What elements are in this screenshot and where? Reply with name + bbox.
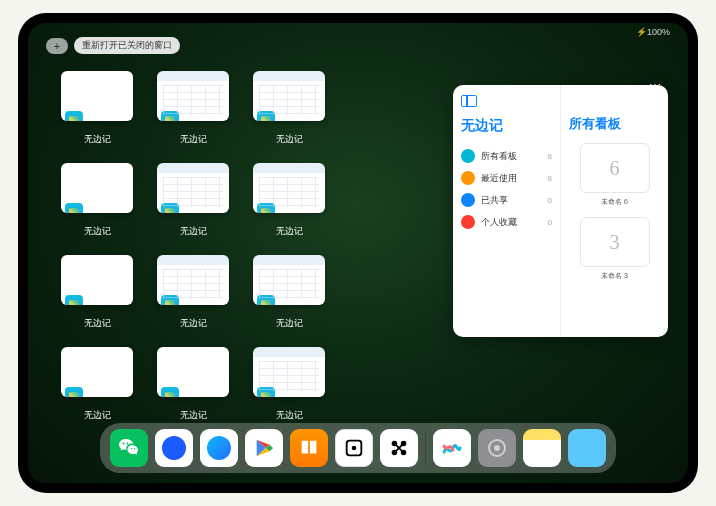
freeform-app-icon	[65, 203, 83, 213]
svg-point-7	[494, 445, 500, 451]
freeform-app-icon[interactable]	[433, 429, 471, 467]
freeform-app-icon	[65, 111, 83, 121]
sidebar-item[interactable]: 最近使用8	[461, 167, 552, 189]
thumb-label: 无边记	[84, 133, 111, 146]
top-controls: + 重新打开已关闭的窗口	[46, 37, 180, 54]
thumb-label: 无边记	[180, 225, 207, 238]
books-app-icon[interactable]	[290, 429, 328, 467]
freeform-app-icon	[257, 295, 275, 305]
freeform-app-icon	[65, 295, 83, 305]
thumb-label: 无边记	[276, 317, 303, 330]
more-icon[interactable]: ···	[649, 77, 662, 91]
window-preview[interactable]	[253, 255, 325, 305]
board-preview: 6	[580, 143, 650, 193]
qq-app-icon[interactable]	[200, 429, 238, 467]
thumb-label: 无边记	[84, 225, 111, 238]
app-window-thumbnail[interactable]: 无边记	[58, 163, 136, 241]
status-bar: ⚡100%	[636, 27, 670, 37]
sidebar-item[interactable]: 个人收藏0	[461, 211, 552, 233]
window-preview[interactable]	[61, 255, 133, 305]
app-window-thumbnail[interactable]: 无边记	[250, 347, 328, 425]
panel-sidebar: 无边记 所有看板8最近使用8已共享0个人收藏0	[453, 85, 561, 337]
window-preview[interactable]	[61, 163, 133, 213]
sidebar-item-icon	[461, 149, 475, 163]
sidebar-item-icon	[461, 215, 475, 229]
app-window-thumbnail[interactable]: 无边记	[154, 347, 232, 425]
window-preview[interactable]	[157, 255, 229, 305]
sidebar-item-count: 0	[548, 196, 552, 205]
ipad-frame: ⚡100% + 重新打开已关闭的窗口 无边记无边记无边记无边记无边记无边记无边记…	[18, 13, 698, 493]
notes-app-icon[interactable]	[523, 429, 561, 467]
blue-circle-app-app-icon[interactable]	[155, 429, 193, 467]
freeform-app-icon	[257, 387, 275, 397]
freeform-app-icon	[161, 387, 179, 397]
sidebar-item-icon	[461, 193, 475, 207]
thumb-label: 无边记	[276, 409, 303, 422]
thumb-label: 无边记	[84, 409, 111, 422]
window-preview[interactable]	[253, 163, 325, 213]
app-window-thumbnail[interactable]: 无边记	[58, 347, 136, 425]
app-window-thumbnail[interactable]: 无边记	[250, 71, 328, 149]
settings-app-icon[interactable]	[478, 429, 516, 467]
freeform-app-icon	[161, 111, 179, 121]
sidebar-item-label: 已共享	[481, 194, 508, 207]
freeform-app-icon	[161, 295, 179, 305]
app-window-thumbnail[interactable]: 无边记	[154, 71, 232, 149]
sidebar-item-count: 0	[548, 218, 552, 227]
camo-app-icon[interactable]	[380, 429, 418, 467]
sidebar-item-label: 所有看板	[481, 150, 517, 163]
window-preview[interactable]	[61, 71, 133, 121]
thumb-label: 无边记	[84, 317, 111, 330]
thumb-label: 无边记	[180, 133, 207, 146]
freeform-app-icon	[257, 111, 275, 121]
thumb-label: 无边记	[276, 225, 303, 238]
reopen-closed-window-button[interactable]: 重新打开已关闭的窗口	[74, 37, 180, 54]
sidebar-item-count: 8	[548, 174, 552, 183]
sidebar-item-icon	[461, 171, 475, 185]
app-window-thumbnail[interactable]: 无边记	[58, 71, 136, 149]
svg-point-1	[352, 446, 357, 451]
thumb-label: 无边记	[276, 133, 303, 146]
freeform-app-icon	[257, 203, 275, 213]
app-switcher-grid: 无边记无边记无边记无边记无边记无边记无边记无边记无边记无边记无边记无边记	[58, 71, 424, 425]
sidebar-item-count: 8	[548, 152, 552, 161]
panel-content: 所有看板 6未命名 63未命名 3	[561, 85, 668, 337]
panel-title: 无边记	[461, 117, 552, 135]
app-library-app-icon[interactable]	[568, 429, 606, 467]
play-app-icon[interactable]	[245, 429, 283, 467]
window-preview[interactable]	[157, 163, 229, 213]
app-window-thumbnail[interactable]: 无边记	[154, 163, 232, 241]
window-preview[interactable]	[253, 71, 325, 121]
freeform-app-icon	[65, 387, 83, 397]
dock	[100, 423, 616, 473]
board-thumbnail[interactable]: 3未命名 3	[569, 217, 660, 281]
board-thumbnail[interactable]: 6未命名 6	[569, 143, 660, 207]
sidebar-item[interactable]: 已共享0	[461, 189, 552, 211]
board-name: 未命名 6	[569, 197, 660, 207]
new-window-button[interactable]: +	[46, 38, 68, 54]
wechat-app-icon[interactable]	[110, 429, 148, 467]
panel-right-title: 所有看板	[569, 115, 660, 133]
sidebar-item-label: 最近使用	[481, 172, 517, 185]
sidebar-item[interactable]: 所有看板8	[461, 145, 552, 167]
app-window-thumbnail[interactable]: 无边记	[154, 255, 232, 333]
sidebar-toggle-icon[interactable]	[461, 95, 477, 107]
window-preview[interactable]	[157, 347, 229, 397]
window-preview[interactable]	[157, 71, 229, 121]
thumb-label: 无边记	[180, 409, 207, 422]
window-preview[interactable]	[253, 347, 325, 397]
app-window-thumbnail[interactable]: 无边记	[58, 255, 136, 333]
stage-manager-panel[interactable]: ··· 无边记 所有看板8最近使用8已共享0个人收藏0 所有看板 6未命名 63…	[453, 85, 668, 337]
dock-divider	[425, 433, 426, 463]
screen: ⚡100% + 重新打开已关闭的窗口 无边记无边记无边记无边记无边记无边记无边记…	[28, 23, 688, 483]
app-window-thumbnail[interactable]: 无边记	[250, 163, 328, 241]
sidebar-item-label: 个人收藏	[481, 216, 517, 229]
app-window-thumbnail[interactable]: 无边记	[250, 255, 328, 333]
window-preview[interactable]	[61, 347, 133, 397]
thumb-label: 无边记	[180, 317, 207, 330]
board-name: 未命名 3	[569, 271, 660, 281]
freeform-app-icon	[161, 203, 179, 213]
board-preview: 3	[580, 217, 650, 267]
dots-app-icon[interactable]	[335, 429, 373, 467]
